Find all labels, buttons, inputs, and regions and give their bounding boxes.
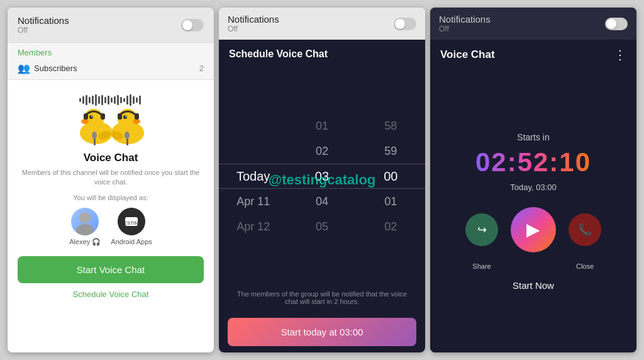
notif-header-s3: Notifications Off (430, 8, 636, 40)
picker-date-1 (219, 138, 287, 164)
svg-rect-10 (111, 98, 113, 103)
voice-chat-title-s3: Voice Chat (440, 48, 495, 61)
svg-rect-17 (133, 96, 135, 104)
svg-rect-6 (98, 96, 100, 104)
avatar-alexey-circle (71, 208, 99, 235)
svg-rect-19 (139, 96, 141, 104)
avatar-android-name: Android Apps (111, 238, 152, 245)
svg-rect-24 (101, 113, 105, 120)
starts-in-label: Starts in (517, 132, 549, 142)
svg-point-40 (79, 212, 91, 223)
duck-svg (70, 90, 152, 147)
subscribers-label: Subscribers (34, 64, 77, 73)
svg-rect-2 (86, 95, 87, 105)
avatar-alexey: Alexey 🎧 (69, 208, 101, 246)
picker-date-selected: Today (219, 164, 287, 189)
svg-point-29 (92, 132, 97, 139)
members-label: Members (18, 48, 204, 57)
svg-point-26 (91, 116, 92, 117)
svg-rect-12 (117, 95, 119, 105)
close-button[interactable]: 📞 (569, 213, 601, 246)
subscribers-count: 2 (199, 64, 204, 73)
share-label: Share (465, 262, 498, 270)
svg-rect-18 (136, 98, 138, 103)
members-section: Members 👥 Subscribers 2 (8, 43, 214, 80)
close-icon: 📞 (578, 223, 592, 237)
notifications-status-s3: Off (439, 25, 491, 33)
svg-point-36 (125, 116, 126, 117)
notifications-toggle-s1[interactable] (181, 19, 204, 31)
screen2-body: Schedule Voice Chat Today Apr 11 Apr 12 (219, 40, 425, 352)
avatars-row: Alexey 🎧 TESTING Android Apps (69, 208, 152, 246)
start-now-label: Start Now (513, 280, 554, 291)
picker-hour-1: 02 (287, 138, 356, 164)
picker-min-0: 58 (357, 113, 425, 138)
svg-point-41 (76, 224, 94, 235)
screen2: Notifications Off Schedule Voice Chat To… (219, 8, 425, 352)
hour-column: 01 02 03 04 05 (287, 113, 356, 239)
svg-rect-33 (118, 113, 122, 120)
play-button[interactable]: ▶ (511, 207, 556, 252)
picker-min-2: 01 (357, 189, 425, 214)
duck-illustration (70, 90, 152, 147)
svg-rect-11 (114, 96, 116, 104)
schedule-voice-chat-link[interactable]: Schedule Voice Chat (73, 290, 149, 299)
svg-point-25 (89, 115, 93, 119)
time-picker[interactable]: Today Apr 11 Apr 12 01 02 03 04 05 58 (219, 69, 425, 284)
picker-hour-selected: 03 (287, 164, 356, 189)
svg-rect-13 (120, 97, 122, 103)
svg-point-32 (133, 119, 140, 124)
notif-header-s1: Notifications Off (8, 8, 214, 43)
notifications-toggle-s2[interactable] (394, 18, 416, 30)
screen3: Notifications Off Voice Chat ⋮ Starts in… (430, 8, 636, 352)
more-options-icon[interactable]: ⋮ (614, 47, 626, 62)
voice-chat-content: Voice Chat Members of this channel will … (8, 80, 214, 352)
subscribers-row: 👥 Subscribers 2 (18, 57, 204, 74)
svg-rect-0 (79, 98, 81, 102)
svg-rect-9 (108, 96, 109, 104)
notifications-title-s3: Notifications (439, 14, 491, 25)
svg-point-39 (125, 132, 130, 139)
countdown-section: Starts in 02:52:10 Today, 03:00 ↪ ▶ 📞 Sh… (430, 70, 636, 352)
svg-text:TESTING: TESTING (122, 220, 141, 226)
action-label-row: Share Close (465, 262, 601, 270)
voice-chat-desc: Members of this channel will be notified… (18, 168, 204, 188)
close-label: Close (569, 262, 601, 270)
start-voice-chat-button[interactable]: Start Voice Chat (18, 256, 204, 283)
notifications-toggle-s3[interactable] (605, 18, 628, 30)
play-icon: ▶ (526, 219, 540, 240)
svg-rect-23 (84, 113, 88, 120)
avatar-alexey-name: Alexey 🎧 (69, 238, 101, 246)
picker-min-3: 02 (357, 214, 425, 239)
picker-date-2: Apr 11 (219, 189, 287, 214)
vc-header-row: Voice Chat ⋮ (430, 40, 636, 70)
notifications-title-s1: Notifications (18, 15, 69, 26)
minute-column: 58 59 00 01 02 (357, 113, 425, 239)
avatar-android-circle: TESTING (118, 208, 145, 235)
notif-header-text: Notifications Off (18, 15, 69, 35)
date-column: Today Apr 11 Apr 12 (219, 113, 287, 239)
subscribers-icon: 👥 (18, 62, 30, 74)
svg-rect-4 (92, 96, 94, 104)
picker-hour-2: 04 (287, 189, 356, 214)
notifications-title-s2: Notifications (228, 14, 279, 25)
schedule-notice: The members of the group will be notifie… (219, 284, 425, 312)
svg-rect-16 (130, 94, 131, 106)
share-button[interactable]: ↪ (465, 213, 498, 246)
notifications-status-s2: Off (228, 25, 279, 33)
picker-date-0 (219, 113, 287, 138)
share-icon: ↪ (477, 223, 487, 237)
displayed-as-label: You will be displayed as: (73, 194, 148, 201)
start-today-button[interactable]: Start today at 03:00 (228, 318, 416, 346)
picker-min-selected: 00 (357, 164, 425, 189)
svg-point-22 (81, 119, 89, 124)
svg-rect-5 (95, 94, 97, 106)
screen1: Notifications Off Members 👥 Subscribers … (8, 8, 214, 352)
voice-chat-title-s1: Voice Chat (84, 152, 138, 164)
picker-hour-3: 05 (287, 214, 356, 239)
picker-date-3: Apr 12 (219, 214, 287, 239)
picker-min-1: 59 (357, 138, 425, 164)
svg-rect-1 (82, 96, 84, 104)
picker-hour-0: 01 (287, 113, 356, 138)
svg-rect-7 (101, 95, 103, 105)
